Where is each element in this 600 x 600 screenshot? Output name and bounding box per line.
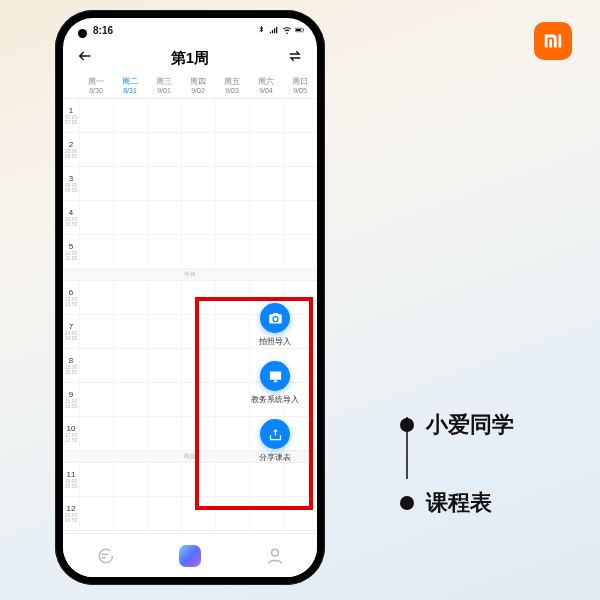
fab-photo-import[interactable]: 拍照导入 [259, 303, 291, 347]
weekday-3[interactable]: 周四9/02 [181, 74, 215, 98]
page-title: 第1周 [171, 49, 209, 68]
status-icons [256, 25, 305, 35]
nav-chat[interactable] [95, 546, 115, 566]
camera-punch-hole [78, 29, 87, 38]
title-bar: 第1周 [63, 42, 317, 74]
period-row: 511:0011:50 [63, 235, 317, 269]
side-item-schedule: 课程表 [400, 488, 560, 518]
mi-logo-icon [542, 30, 564, 52]
period-row: 1321:0021:50 [63, 531, 317, 533]
back-button[interactable] [77, 48, 93, 68]
swap-icon [287, 48, 303, 64]
fab-system-label: 教务系统导入 [251, 394, 299, 405]
float-menu: 拍照导入 教务系统导入 分享课表 [251, 303, 299, 463]
phone-screen: 8:16 第1周 周一8/30周二8/31周三9/01周四9/02周五9/03周… [63, 18, 317, 577]
chat-icon [95, 546, 115, 566]
share-icon [260, 419, 290, 449]
svg-rect-2 [296, 29, 301, 31]
weekday-4[interactable]: 周五9/03 [215, 74, 249, 98]
schedule-grid: 107:0007:50208:0008:50309:0009:50410:001… [63, 99, 317, 533]
side-labels: 小爱同学 课程表 [400, 410, 560, 518]
phone-frame: 8:16 第1周 周一8/30周二8/31周三9/01周四9/02周五9/03周… [55, 10, 325, 585]
period-row: 208:0008:50 [63, 133, 317, 167]
weekday-2[interactable]: 周三9/01 [147, 74, 181, 98]
fab-system-import[interactable]: 教务系统导入 [251, 361, 299, 405]
wifi-icon [282, 25, 292, 35]
battery-icon [295, 25, 305, 35]
monitor-icon [260, 361, 290, 391]
weekday-5[interactable]: 周六9/04 [249, 74, 283, 98]
profile-icon [265, 546, 285, 566]
fab-share-label: 分享课表 [259, 452, 291, 463]
camera-icon [260, 303, 290, 333]
svg-rect-1 [303, 29, 304, 30]
bluetooth-icon [256, 25, 266, 35]
period-row: 1220:0020:50 [63, 497, 317, 531]
nav-profile[interactable] [265, 546, 285, 566]
nav-schedule[interactable] [179, 545, 201, 567]
status-bar: 8:16 [63, 18, 317, 42]
side-label-schedule: 课程表 [426, 488, 492, 518]
weekday-6[interactable]: 周日9/05 [283, 74, 317, 98]
period-row: 410:0010:50 [63, 201, 317, 235]
mi-logo [534, 22, 572, 60]
noon-break: 午休 [63, 269, 317, 281]
svg-point-3 [272, 549, 279, 556]
arrow-left-icon [77, 48, 93, 64]
weekday-1[interactable]: 周二8/31 [113, 74, 147, 98]
swap-button[interactable] [287, 48, 303, 68]
status-time: 8:16 [93, 25, 113, 36]
side-label-xiaoai: 小爱同学 [426, 410, 514, 440]
side-dot [400, 496, 414, 510]
fab-share[interactable]: 分享课表 [259, 419, 291, 463]
side-item-xiaoai: 小爱同学 [400, 410, 560, 440]
bottom-nav [63, 533, 317, 577]
period-row: 1119:0019:50 [63, 463, 317, 497]
schedule-icon [179, 545, 201, 567]
weekday-0[interactable]: 周一8/30 [79, 74, 113, 98]
weekday-header: 周一8/30周二8/31周三9/01周四9/02周五9/03周六9/04周日9/… [63, 74, 317, 99]
period-row: 107:0007:50 [63, 99, 317, 133]
fab-photo-label: 拍照导入 [259, 336, 291, 347]
period-row: 309:0009:50 [63, 167, 317, 201]
signal-icon [269, 25, 279, 35]
side-dot [400, 418, 414, 432]
